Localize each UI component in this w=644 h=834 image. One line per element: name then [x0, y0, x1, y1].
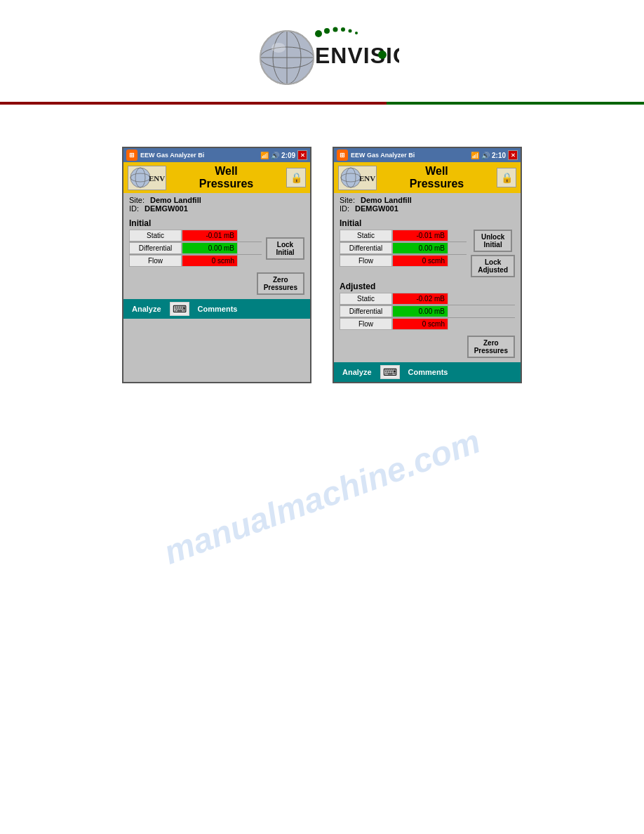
left-title-text: EEW Gas Analyzer Bi — [140, 152, 257, 159]
right-adj-differential-value: 0.00 mB — [392, 305, 448, 317]
right-static-value: -0.01 mB — [392, 230, 448, 241]
right-well-header: ENV Well Pressures 🔒 — [334, 162, 521, 193]
left-well-header: ENV Well Pressures 🔒 — [123, 162, 310, 193]
svg-point-15 — [130, 168, 150, 187]
right-initial-table: Static -0.01 mB Differential 0.00 mB Flo… — [334, 230, 521, 277]
right-id-label: ID: — [340, 204, 349, 213]
right-analyze-button[interactable]: Analyze — [340, 366, 375, 378]
left-comments-button[interactable]: Comments — [195, 303, 241, 315]
right-bottom-bar: Analyze ⌨ Comments — [334, 362, 521, 382]
watermark: manualmachine.com — [159, 421, 485, 571]
main-content: ⊞ EEW Gas Analyzer Bi 📶 🔊 2:09 ✕ ENV Wel — [0, 119, 644, 411]
right-unlock-initial-button[interactable]: Unlock Initial — [474, 230, 512, 252]
left-flow-row: Flow 0 scmh — [129, 255, 262, 267]
right-static-row: Static -0.01 mB — [340, 230, 467, 242]
right-differential-row: Differential 0.00 mB — [340, 242, 467, 255]
right-comments-button[interactable]: Comments — [405, 366, 451, 378]
left-lock-initial-button[interactable]: Lock Initial — [266, 237, 304, 260]
right-flow-value: 0 scmh — [392, 255, 448, 267]
right-differential-value: 0.00 mB — [392, 242, 448, 254]
left-analyze-button[interactable]: Analyze — [129, 303, 164, 315]
left-keyboard-icon[interactable]: ⌨ — [170, 302, 189, 316]
right-initial-heading: Initial — [334, 216, 521, 230]
right-envision-logo-small: ENV — [338, 166, 377, 190]
right-adjusted-table: Static -0.02 mB Differential 0.00 mB Flo… — [334, 293, 521, 330]
left-title-bar-icons: 📶 🔊 2:09 ✕ — [260, 150, 307, 160]
header: ENVISION — [0, 0, 644, 102]
right-adj-static-value: -0.02 mB — [392, 293, 448, 305]
left-well-icon: 🔒 — [286, 168, 306, 187]
svg-point-12 — [355, 32, 358, 34]
left-zero-pressures-button[interactable]: Zero Pressures — [257, 272, 304, 295]
right-panel: ⊞ EEW Gas Analyzer Bi 📶 🔊 2:10 ✕ ENV Wel — [333, 147, 522, 383]
header-divider — [0, 102, 644, 105]
svg-text:ENV: ENV — [359, 174, 375, 183]
right-site-info: Site: Demo Landfill ID: DEMGW001 — [334, 193, 521, 216]
left-id-label: ID: — [129, 204, 139, 213]
right-flow-label: Flow — [340, 255, 392, 267]
right-well-title: Well Pressures — [377, 165, 497, 190]
right-id-value: DEMGW001 — [355, 204, 398, 213]
right-title-text: EEW Gas Analyzer Bi — [351, 152, 468, 159]
svg-point-10 — [341, 27, 345, 32]
right-static-label: Static — [340, 230, 392, 241]
right-speaker-icon: 🔊 — [481, 152, 490, 159]
right-antenna-icon: 📶 — [471, 152, 479, 159]
right-adj-differential-row: Differential 0.00 mB — [340, 305, 515, 318]
left-well-title: Well Pressures — [166, 165, 286, 190]
right-lock-adjusted-button[interactable]: Lock Adjusted — [471, 255, 515, 277]
svg-point-5 — [271, 43, 286, 53]
right-initial-rows: Static -0.01 mB Differential 0.00 mB Flo… — [340, 230, 467, 267]
svg-text:ENV: ENV — [149, 174, 165, 183]
left-time: 2:09 — [281, 152, 295, 159]
left-flow-value: 0 scmh — [182, 255, 238, 267]
left-flow-label: Flow — [129, 255, 182, 267]
svg-point-14 — [378, 51, 387, 59]
svg-point-9 — [333, 27, 338, 32]
right-title-bar: ⊞ EEW Gas Analyzer Bi 📶 🔊 2:10 ✕ — [334, 148, 521, 162]
left-panel: ⊞ EEW Gas Analyzer Bi 📶 🔊 2:09 ✕ ENV Wel — [122, 147, 311, 383]
left-static-value: -0.01 mB — [182, 230, 238, 241]
left-differential-label: Differential — [129, 242, 182, 254]
left-differential-row: Differential 0.00 mB — [129, 242, 262, 255]
right-time: 2:10 — [492, 152, 506, 159]
right-keyboard-icon[interactable]: ⌨ — [380, 365, 400, 379]
right-flow-row: Flow 0 scmh — [340, 255, 467, 267]
logo-container: ENVISION — [245, 21, 399, 91]
left-initial-table: Static -0.01 mB Differential 0.00 mB Flo… — [123, 230, 310, 267]
left-windows-icon: ⊞ — [126, 150, 137, 161]
left-close-button[interactable]: ✕ — [297, 150, 307, 160]
left-zero-area: Zero Pressures — [123, 268, 310, 299]
left-static-row: Static -0.01 mB — [129, 230, 262, 242]
left-initial-rows: Static -0.01 mB Differential 0.00 mB Flo… — [129, 230, 262, 267]
right-zero-area: Zero Pressures — [334, 331, 521, 362]
envision-logo-svg: ENVISION — [245, 21, 399, 91]
right-adj-differential-label: Differential — [340, 305, 392, 317]
left-site-value: Demo Landfill — [150, 196, 201, 204]
left-site-label: Site: — [129, 196, 145, 204]
svg-point-8 — [324, 28, 330, 34]
svg-point-11 — [349, 29, 352, 33]
right-zero-pressures-button[interactable]: Zero Pressures — [467, 336, 515, 358]
svg-text:ENVISION: ENVISION — [315, 43, 399, 68]
left-id-value: DEMGW001 — [145, 204, 188, 213]
left-title-bar: ⊞ EEW Gas Analyzer Bi 📶 🔊 2:09 ✕ — [123, 148, 310, 162]
right-adjusted-heading: Adjusted — [334, 279, 521, 293]
left-antenna-icon: 📶 — [260, 152, 269, 159]
right-site-value: Demo Landfill — [361, 196, 412, 204]
left-initial-heading: Initial — [123, 216, 310, 230]
left-static-label: Static — [129, 230, 182, 241]
right-adj-flow-value: 0 scmh — [392, 318, 448, 330]
right-site-label: Site: — [340, 196, 355, 204]
right-adj-flow-row: Flow 0 scmh — [340, 318, 515, 330]
right-adjusted-rows: Static -0.02 mB Differential 0.00 mB Flo… — [340, 293, 515, 330]
right-adj-flow-label: Flow — [340, 318, 392, 330]
right-well-icon: 🔒 — [497, 168, 516, 187]
left-speaker-icon: 🔊 — [271, 152, 279, 159]
right-differential-label: Differential — [340, 242, 392, 254]
left-envision-logo-small: ENV — [128, 166, 166, 190]
svg-point-7 — [315, 30, 322, 37]
right-title-bar-icons: 📶 🔊 2:10 ✕ — [471, 150, 518, 160]
right-adj-static-label: Static — [340, 293, 392, 305]
right-close-button[interactable]: ✕ — [508, 150, 518, 160]
